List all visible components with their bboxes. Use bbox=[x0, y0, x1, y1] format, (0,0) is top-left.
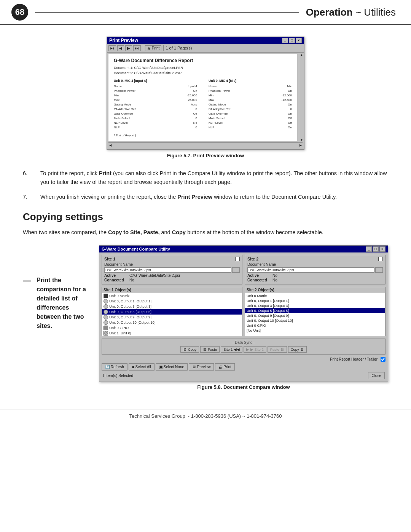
step-7-number: 7. bbox=[23, 193, 34, 201]
paste-right-btn[interactable]: Paste 🖹 bbox=[268, 346, 287, 353]
main-content: Print Preview _ □ × ⏮ ◀ ▶ ⏭ 🖨 Print 1 of… bbox=[0, 25, 411, 398]
copy-btn[interactable]: 🖹 Copy bbox=[180, 346, 199, 353]
vertical-scrollbar[interactable]: ▲ ▼ bbox=[299, 53, 304, 142]
obj2-gpio[interactable]: Unit 0 GPIO bbox=[245, 323, 385, 328]
obj1-matrix[interactable]: Unit 0 Matrix bbox=[102, 293, 242, 299]
scroll-left-arrow[interactable]: ◀ bbox=[109, 144, 112, 147]
cw-maximize-btn[interactable]: □ bbox=[373, 246, 379, 252]
step-7-text: When you finish viewing or printing the … bbox=[40, 193, 388, 201]
obj2-output3-label: Unit 0, Output 3 [Output 3] bbox=[247, 304, 289, 308]
obj2-output3[interactable]: Unit 0, Output 3 [Output 3] bbox=[245, 303, 385, 308]
obj2-nounit[interactable]: [No Unit] bbox=[245, 328, 385, 333]
horizontal-scrollbar[interactable]: ◀ ▶ bbox=[108, 142, 303, 148]
gpio-icon bbox=[104, 326, 108, 330]
obj1-output10-label: Unit 0, Output 10 [Output 10] bbox=[109, 320, 155, 324]
obj2-matrix[interactable]: Unit 0 Matrix bbox=[245, 293, 385, 298]
col1-row-nlplevel: NLP LevelNo bbox=[114, 121, 197, 125]
maximize-button[interactable]: □ bbox=[289, 38, 295, 43]
nav-first-btn[interactable]: ⏮ bbox=[108, 45, 116, 51]
select-all-btn[interactable]: ■ Select All bbox=[129, 363, 155, 371]
obj2-output5[interactable]: Unit 0, Output 5 [Output 5] bbox=[245, 308, 385, 313]
sites-row: Site 1 Document Name C:\G-Ware\SiteData\… bbox=[102, 255, 386, 284]
bottom-buttons-row: 🔄 Refresh ■ Select All ▣ Select None 🖥 P… bbox=[102, 363, 386, 371]
output9-icon bbox=[104, 315, 108, 320]
nav-prev-btn[interactable]: ◀ bbox=[117, 45, 124, 51]
site1-active-row: Active C:\G-Ware\SiteData\Site 2.psr bbox=[104, 273, 240, 278]
scroll-right-arrow[interactable]: ▶ bbox=[299, 144, 302, 147]
select-none-btn[interactable]: ▣ Select None bbox=[156, 363, 188, 371]
obj1-output1[interactable]: Unit 0, Output 1 [Output 1] bbox=[102, 299, 242, 304]
site2-input-row: C:\G-Ware\SiteData\Site 2.psr ... bbox=[247, 267, 383, 273]
site2-browse-btn[interactable]: ... bbox=[375, 267, 383, 273]
datasync-title: - Data Sync - bbox=[104, 340, 383, 345]
steps-list: 6. To print the report, click Print (you… bbox=[23, 169, 388, 202]
site1-browse-btn[interactable]: ... bbox=[232, 267, 240, 273]
footer-text: Technical Services Group ~ 1-800-283-593… bbox=[129, 413, 282, 419]
page-footer: Technical Services Group ~ 1-800-283-593… bbox=[0, 409, 411, 423]
obj1-output5[interactable]: Unit 0, Output 5 [Output 5] bbox=[102, 309, 242, 315]
col1-row-phantom: Phantom PowerOn bbox=[114, 89, 197, 93]
copying-settings-heading: Copying settings bbox=[23, 211, 388, 223]
compare-titlebar-text: G-Ware Document Compare Utility bbox=[102, 247, 170, 251]
preview-btn[interactable]: 🖥 Preview bbox=[189, 363, 214, 371]
cw-minimize-btn[interactable]: _ bbox=[366, 246, 372, 252]
print-toolbar-btn[interactable]: 🖨 Print bbox=[145, 45, 161, 51]
nav-last-btn[interactable]: ⏭ bbox=[133, 45, 141, 51]
obj1-unit1[interactable]: Unit 1 [Unit 0] bbox=[102, 331, 242, 336]
site1-checkbox[interactable] bbox=[235, 257, 240, 261]
obj1-unit1-label: Unit 1 [Unit 0] bbox=[109, 331, 131, 335]
report-content: G-Ware Document Difference Report Docume… bbox=[108, 54, 297, 141]
close-btn[interactable]: Close bbox=[368, 372, 385, 379]
obj1-output3[interactable]: Unit 0, Output 3 [Output 3] bbox=[102, 304, 242, 309]
copy-right-btn[interactable]: Copy 🖹 bbox=[288, 346, 307, 353]
report-title: G-Ware Document Difference Report bbox=[114, 58, 292, 63]
obj2-output10[interactable]: Unit 0, Output 10 [Output 10] bbox=[245, 318, 385, 323]
col1-row-nlp: NLP0 bbox=[114, 125, 197, 130]
items-selected-status: 1 Item(s) Selected bbox=[102, 374, 133, 378]
nav-next-btn[interactable]: ▶ bbox=[125, 45, 132, 51]
copy-to-site-bold: Copy to Site, Paste, bbox=[108, 229, 159, 235]
output10-icon bbox=[104, 320, 108, 325]
obj2-output1[interactable]: Unit 0, Output 1 [Output 1] bbox=[245, 298, 385, 303]
col1-row-gate: Gate OverrideOff bbox=[114, 112, 197, 116]
close-button[interactable]: × bbox=[296, 38, 302, 43]
site1-docname-input[interactable]: C:\G-Ware\SiteData\Site 2.psr bbox=[104, 267, 231, 273]
site2-label: Site 2 bbox=[247, 257, 258, 261]
obj1-output10[interactable]: Unit 0, Output 10 [Output 10] bbox=[102, 320, 242, 325]
step-6-number: 6. bbox=[23, 169, 34, 187]
paste-btn[interactable]: 🖹 Paste bbox=[200, 346, 220, 353]
site2-objects-col: Site 2 Object(s) Unit 0 Matrix Unit 0, O… bbox=[245, 287, 386, 336]
col1-row-max: Max25.000 bbox=[114, 98, 197, 102]
figure-57-caption: Figure 5.7. Print Preview window bbox=[167, 153, 244, 158]
col2-row-name: NameMic bbox=[209, 84, 292, 89]
toolbar-sep2 bbox=[163, 45, 164, 51]
refresh-btn[interactable]: 🔄 Refresh bbox=[102, 363, 127, 371]
scroll-up-arrow[interactable]: ▲ bbox=[300, 53, 303, 57]
col2-row-min: Min-12.500 bbox=[209, 93, 292, 98]
site2-nav-btn[interactable]: ▶ ▶ Site 2 bbox=[244, 346, 266, 353]
minimize-button[interactable]: _ bbox=[282, 38, 288, 43]
col1-row-mute: Mute Select0 bbox=[114, 116, 197, 121]
scroll-down-arrow[interactable]: ▼ bbox=[300, 138, 303, 142]
site2-docname-input[interactable]: C:\G-Ware\SiteData\Site 2.psr bbox=[247, 267, 374, 273]
site1-nav-btn[interactable]: Site 1 ◀◀ bbox=[221, 346, 242, 353]
obj2-output9[interactable]: Unit 0, Output 9 [Output 9] bbox=[245, 313, 385, 318]
matrix-icon bbox=[104, 294, 108, 298]
report-doc-info: Document 1: C:\G-Ware\SiteData\preset.PS… bbox=[114, 66, 292, 76]
print-report-checkbox[interactable] bbox=[381, 357, 386, 362]
cw-close-btn[interactable]: × bbox=[379, 246, 386, 252]
copy-bold: Copy bbox=[172, 229, 186, 235]
obj2-output1-label: Unit 0, Output 1 [Output 1] bbox=[247, 299, 289, 303]
site2-checkbox[interactable] bbox=[378, 257, 383, 261]
step-7-bold: Print Preview bbox=[177, 194, 212, 200]
obj1-gpio[interactable]: Unit 0 GPIO bbox=[102, 325, 242, 331]
print-btn[interactable]: 🖨 Print bbox=[215, 363, 234, 371]
site1-active-value: C:\G-Ware\SiteData\Site 2.psr bbox=[129, 273, 180, 278]
col2-title: Unit 0, MIC 4 [Mic] bbox=[209, 79, 292, 83]
col1-row-min: Min-25.000 bbox=[114, 93, 197, 98]
obj1-output9[interactable]: Unit 0, Output 9 [Output 9] bbox=[102, 315, 242, 320]
datasync-section: - Data Sync - 🖹 Copy 🖹 Paste Site 1 ◀◀ ▶… bbox=[102, 339, 386, 355]
site2-active-value: No bbox=[272, 273, 277, 278]
titlebar-buttons: _ □ × bbox=[282, 38, 302, 43]
col2-row-gate: Gate OverrideOn bbox=[209, 112, 292, 116]
